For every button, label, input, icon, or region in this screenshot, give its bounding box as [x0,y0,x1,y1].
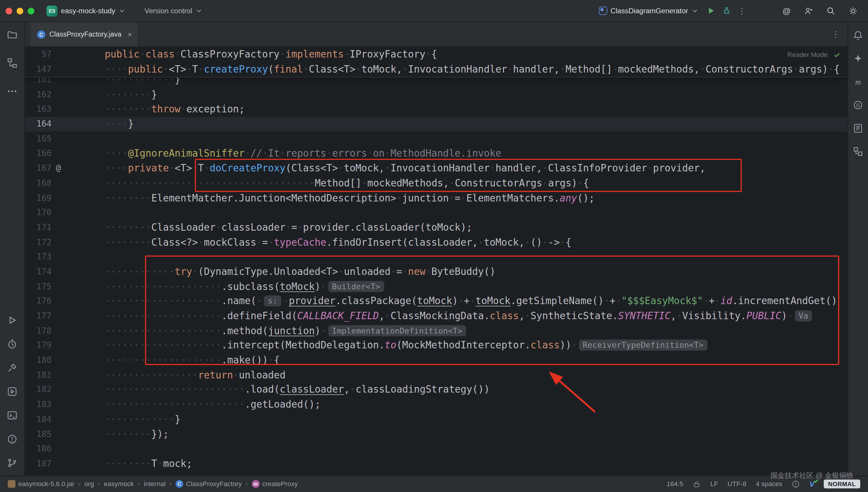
code-line[interactable]: 162········} [25,87,847,102]
line-number[interactable]: 178 [25,323,51,338]
breadcrumb-item[interactable]: internal [144,480,166,488]
line-separator-widget[interactable]: LF [710,480,718,488]
lock-icon[interactable] [693,480,701,488]
line-number[interactable]: 170 [25,205,51,220]
structure-icon[interactable] [5,56,20,70]
code-line[interactable]: 172········Class<?>·mockClass·=·typeCach… [25,235,847,249]
maven-icon[interactable]: m [851,75,865,89]
line-number[interactable]: 183 [25,397,51,412]
minimize-window-button[interactable] [17,7,23,14]
line-number[interactable]: 179 [25,338,51,353]
line-number[interactable]: 176 [25,294,51,309]
project-widget[interactable]: ES easy-mock-study [42,3,131,19]
code-line[interactable]: 170 [25,205,847,220]
project-icon[interactable] [5,28,20,42]
annotation-gutter-icon[interactable]: @ [56,161,61,176]
tab-classproxyfactory[interactable]: C ClassProxyFactory.java × [30,22,138,47]
inlay-hint[interactable]: Builder<T> [328,281,384,292]
line-number[interactable]: 167 [25,161,51,176]
line-number[interactable]: 177 [25,309,51,323]
line-number[interactable]: 171 [25,220,51,235]
close-window-button[interactable] [6,7,13,14]
terminal-icon[interactable] [5,408,20,423]
problems-icon[interactable] [5,432,20,446]
code-line[interactable]: 182························.load(classLo… [25,382,847,397]
line-number[interactable]: 57 [25,47,51,62]
breadcrumb-item[interactable]: org [85,480,94,488]
ideavim-icon[interactable]: V [810,480,814,488]
editor[interactable]: 161············}162········}163········t… [25,47,847,475]
code-line[interactable]: 173 [25,249,847,264]
inlay-hint[interactable]: Va [795,310,812,321]
notifications-icon[interactable] [851,29,865,42]
line-number[interactable]: 169 [25,191,51,205]
code-line[interactable]: 177····················.defineField(CALL… [25,309,847,323]
indent-widget[interactable]: 4 spaces [756,480,782,488]
line-number[interactable]: 172 [25,235,51,249]
line-number[interactable]: 184 [25,412,51,427]
git-icon[interactable] [5,456,20,470]
gradle-icon[interactable]: G [851,99,865,112]
inlay-hint[interactable]: s: [264,296,281,307]
line-number[interactable]: 165 [25,131,51,146]
code-line[interactable]: 187········T·mock; [25,456,847,471]
line-number[interactable]: 162 [25,87,51,102]
encoding-widget[interactable]: UTF-8 [727,480,746,488]
line-number[interactable]: 181 [25,368,51,382]
code-line[interactable]: 185········}); [25,427,847,442]
run-button[interactable] [703,3,719,19]
reader-mode-widget[interactable]: Reader Mode [788,51,841,59]
more-icon[interactable] [5,84,20,99]
code-line[interactable]: 166····@IgnoreAnimalSniffer·//·It·report… [25,146,847,161]
code-line[interactable]: 176····················.name(·s:·provide… [25,294,847,309]
caret-position-widget[interactable]: 164:5 [667,480,683,488]
code-line[interactable]: 169········ElementMatcher.Junction<Metho… [25,191,847,205]
code-with-me-icon[interactable] [803,5,815,17]
ai-assistant-icon[interactable] [851,52,865,65]
code-line[interactable]: 163········throw·exception; [25,102,847,117]
inspections-ok-icon[interactable] [833,51,841,59]
line-number[interactable]: 187 [25,456,51,471]
code-line[interactable]: 57public·class·ClassProxyFactory·impleme… [25,47,847,62]
code-line[interactable]: 165 [25,131,847,146]
code-line[interactable]: 171········ClassLoader·classLoader·=·pro… [25,220,847,235]
vcs-widget[interactable]: Version control [140,4,207,17]
code-line[interactable]: 184············} [25,412,847,427]
line-number[interactable]: 163 [25,102,51,117]
line-number[interactable]: 180 [25,353,51,368]
debug-button[interactable] [719,3,734,19]
tab-options-icon[interactable]: ⋮ [831,29,840,39]
inlay-hint[interactable]: ReceiverTypeDefinition<T> [579,340,707,351]
code-line[interactable]: 186 [25,442,847,456]
line-number[interactable]: 173 [25,249,51,264]
build-icon[interactable] [5,361,20,375]
line-number[interactable]: 175 [25,279,51,294]
code-line[interactable]: 181················return·unloaded [25,368,847,382]
search-icon[interactable] [825,5,837,17]
close-tab-icon[interactable]: × [127,30,132,39]
more-actions-icon[interactable]: ⋮ [734,3,750,19]
settings-gear-icon[interactable] [847,5,859,17]
maximize-window-button[interactable] [28,7,34,14]
dependencies-icon[interactable] [851,145,865,158]
run-config-widget[interactable]: ClassDiagramGenerator [594,4,703,17]
breadcrumb-item[interactable]: easymock [104,480,134,488]
warning-icon[interactable] [792,480,800,488]
breadcrumb-item[interactable]: easymock-5.6.0.jar [8,480,74,488]
line-number[interactable]: 185 [25,427,51,442]
inlay-hint[interactable]: ImplementationDefinition<T> [328,325,466,336]
code-line[interactable]: 183························.getLoaded(); [25,397,847,412]
code-line[interactable]: 174············try·(DynamicType.Unloaded… [25,264,847,279]
code-line[interactable]: 178····················.method(junction)… [25,323,847,338]
code-line[interactable]: 164····} [25,117,847,131]
run-icon[interactable] [5,313,20,327]
profiler-icon[interactable] [5,337,20,351]
code-line[interactable]: 180····················.make())·{ [25,353,847,368]
services-icon[interactable] [5,384,20,399]
documentation-icon[interactable] [851,122,865,135]
line-number[interactable]: 166 [25,146,51,161]
code-line[interactable]: 147····public·<T>·T·createProxy(final·Cl… [25,62,847,77]
line-number[interactable]: 182 [25,382,51,397]
line-number[interactable]: 164 [25,117,51,131]
line-number[interactable]: 168 [25,176,51,191]
